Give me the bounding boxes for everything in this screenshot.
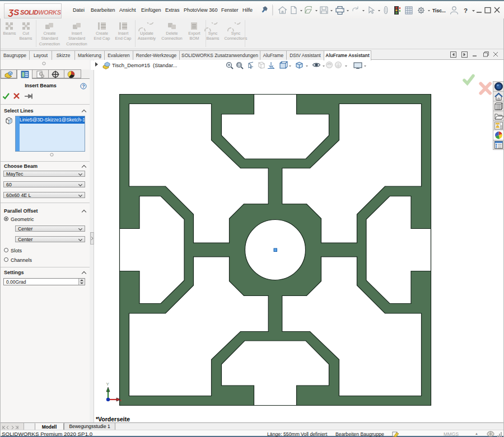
svg-text:ƷS: ƷS	[8, 7, 19, 17]
svg-text:×: ×	[119, 398, 122, 403]
svg-text:?: ?	[82, 83, 85, 89]
svg-text:Tisc...: Tisc...	[432, 8, 446, 13]
svg-text:Y: Y	[106, 382, 110, 387]
svg-text:?: ?	[464, 7, 468, 14]
svg-text:SOLIDWORKS: SOLIDWORKS	[20, 9, 62, 16]
